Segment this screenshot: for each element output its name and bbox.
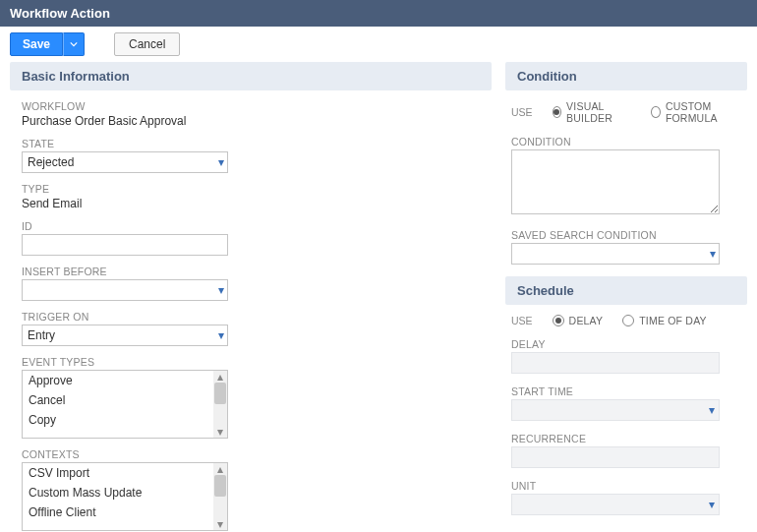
insert-before-value <box>22 279 228 301</box>
id-label: ID <box>22 220 480 232</box>
insert-before-label: INSERT BEFORE <box>22 266 480 277</box>
state-select-value: Rejected <box>22 151 228 173</box>
radio-label: VISUAL BUILDER <box>566 100 631 124</box>
radio-label: CUSTOM FORMULA <box>666 100 741 124</box>
basic-section-title: Basic Information <box>10 62 492 90</box>
schedule-use-label: USE <box>511 315 533 326</box>
delay-input[interactable] <box>511 352 720 374</box>
chevron-down-icon: ▾ <box>709 403 715 417</box>
scroll-up-icon[interactable]: ▴ <box>213 463 227 475</box>
use-custom-formula-option[interactable]: CUSTOM FORMULA <box>651 100 741 124</box>
list-item[interactable]: CSV Import <box>23 463 227 483</box>
basic-information-panel: Basic Information WORKFLOW Purchase Orde… <box>10 62 492 532</box>
radio-icon <box>553 315 564 326</box>
scroll-down-icon[interactable]: ▾ <box>213 518 227 530</box>
start-time-label: START TIME <box>511 385 741 397</box>
type-label: TYPE <box>22 183 480 195</box>
saved-search-label: SAVED SEARCH CONDITION <box>511 229 741 241</box>
trigger-on-value: Entry <box>22 325 228 346</box>
save-split-button: Save <box>10 32 85 56</box>
condition-label: CONDITION <box>511 136 741 148</box>
scrollbar[interactable]: ▴ ▾ <box>213 371 227 438</box>
cancel-button[interactable]: Cancel <box>114 32 180 56</box>
contexts-multiselect[interactable]: CSV Import Custom Mass Update Offline Cl… <box>22 462 228 531</box>
condition-use-label: USE <box>511 106 533 118</box>
scrollbar[interactable]: ▴ ▾ <box>213 463 227 530</box>
id-input[interactable] <box>22 234 228 256</box>
type-value: Send Email <box>22 197 480 210</box>
schedule-section-title: Schedule <box>505 276 747 305</box>
list-item[interactable]: Copy <box>23 410 227 430</box>
saved-search-value <box>511 243 720 265</box>
toolbar: Save Cancel <box>0 27 757 62</box>
chevron-down-icon: ▾ <box>709 498 715 511</box>
recurrence-input[interactable] <box>511 446 720 468</box>
unit-label: UNIT <box>511 480 741 492</box>
list-item[interactable]: Cancel <box>23 390 227 410</box>
state-label: STATE <box>22 138 480 149</box>
list-item[interactable]: Offline Client <box>23 502 227 522</box>
delay-label: DELAY <box>511 338 741 350</box>
contexts-label: CONTEXTS <box>22 448 480 460</box>
use-visual-builder-option[interactable]: VISUAL BUILDER <box>553 100 632 124</box>
trigger-on-select[interactable]: Entry ▾ <box>22 325 228 346</box>
list-item[interactable]: Custom Mass Update <box>23 483 227 502</box>
radio-icon <box>651 106 661 118</box>
list-item[interactable]: Approve <box>23 371 227 390</box>
chevron-down-icon <box>70 40 78 48</box>
state-select[interactable]: Rejected ▾ <box>22 151 228 173</box>
event-types-label: EVENT TYPES <box>22 356 480 368</box>
save-button[interactable]: Save <box>10 32 63 56</box>
radio-icon <box>622 315 634 326</box>
recurrence-label: RECURRENCE <box>511 433 741 444</box>
saved-search-select[interactable]: ▾ <box>511 243 720 265</box>
save-dropdown-button[interactable] <box>63 32 85 56</box>
scroll-down-icon[interactable]: ▾ <box>213 426 227 438</box>
condition-section-title: Condition <box>505 62 747 90</box>
condition-panel: Condition USE VISUAL BUILDER CUSTOM FORM… <box>505 62 747 265</box>
condition-textarea[interactable] <box>511 149 720 214</box>
workflow-value: Purchase Order Basic Approval <box>22 114 480 128</box>
radio-label: DELAY <box>569 315 604 326</box>
workflow-label: WORKFLOW <box>22 100 480 112</box>
schedule-panel: Schedule USE DELAY TIME OF DAY DELAY STA… <box>505 276 747 515</box>
insert-before-select[interactable]: ▾ <box>22 279 228 301</box>
trigger-on-label: TRIGGER ON <box>22 311 480 323</box>
radio-label: TIME OF DAY <box>639 315 707 326</box>
use-time-of-day-option[interactable]: TIME OF DAY <box>622 315 707 326</box>
event-types-multiselect[interactable]: Approve Cancel Copy ▴ ▾ <box>22 370 228 439</box>
scroll-up-icon[interactable]: ▴ <box>213 371 227 383</box>
page-title: Workflow Action <box>0 0 757 27</box>
start-time-select[interactable]: ▾ <box>511 399 720 421</box>
radio-icon <box>553 106 562 118</box>
unit-select[interactable]: ▾ <box>511 494 720 515</box>
use-delay-option[interactable]: DELAY <box>553 315 604 326</box>
